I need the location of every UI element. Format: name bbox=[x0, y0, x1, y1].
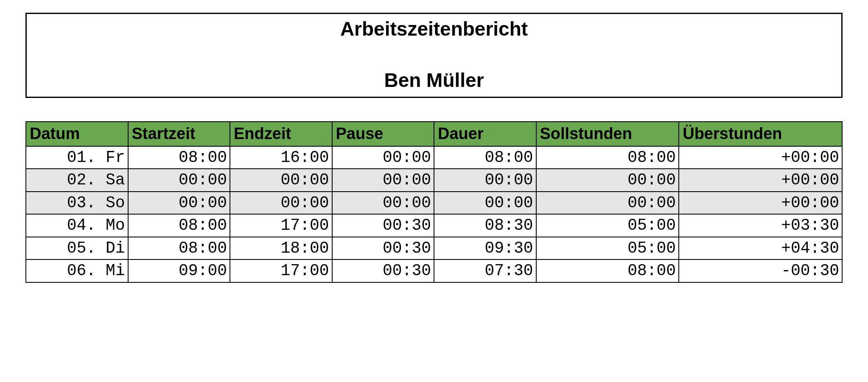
table-row: 04. Mo08:0017:0000:3008:3005:00+03:30 bbox=[26, 214, 842, 237]
cell-soll: 08:00 bbox=[536, 259, 679, 282]
col-header-start: Startzeit bbox=[128, 122, 230, 146]
col-header-datum: Datum bbox=[26, 122, 128, 146]
table-header-row: Datum Startzeit Endzeit Pause Dauer Soll… bbox=[26, 122, 842, 146]
cell-start: 00:00 bbox=[128, 192, 230, 215]
cell-end: 16:00 bbox=[230, 146, 332, 169]
cell-ueber: -00:30 bbox=[679, 259, 842, 282]
header-spacer bbox=[27, 40, 841, 70]
cell-start: 09:00 bbox=[128, 259, 230, 282]
cell-datum: 04. Mo bbox=[26, 214, 128, 237]
cell-datum: 05. Di bbox=[26, 237, 128, 260]
cell-pause: 00:00 bbox=[332, 146, 434, 169]
cell-datum: 03. So bbox=[26, 192, 128, 215]
timesheet-table: Datum Startzeit Endzeit Pause Dauer Soll… bbox=[25, 121, 843, 283]
table-row: 06. Mi09:0017:0000:3007:3008:00-00:30 bbox=[26, 259, 842, 282]
cell-start: 08:00 bbox=[128, 146, 230, 169]
cell-dauer: 08:30 bbox=[434, 214, 536, 237]
table-row: 02. Sa00:0000:0000:0000:0000:00+00:00 bbox=[26, 169, 842, 192]
cell-start: 08:00 bbox=[128, 237, 230, 260]
table-row: 05. Di08:0018:0000:3009:3005:00+04:30 bbox=[26, 237, 842, 260]
cell-end: 18:00 bbox=[230, 237, 332, 260]
cell-soll: 00:00 bbox=[536, 192, 679, 215]
col-header-soll: Sollstunden bbox=[536, 122, 679, 146]
report-header-box: Arbeitszeitenbericht Ben Müller bbox=[25, 13, 843, 98]
cell-datum: 01. Fr bbox=[26, 146, 128, 169]
cell-ueber: +00:00 bbox=[679, 146, 842, 169]
table-row: 03. So00:0000:0000:0000:0000:00+00:00 bbox=[26, 192, 842, 215]
cell-dauer: 09:30 bbox=[434, 237, 536, 260]
cell-ueber: +03:30 bbox=[679, 214, 842, 237]
cell-dauer: 08:00 bbox=[434, 146, 536, 169]
col-header-ueber: Überstunden bbox=[679, 122, 842, 146]
col-header-pause: Pause bbox=[332, 122, 434, 146]
cell-start: 00:00 bbox=[128, 169, 230, 192]
cell-pause: 00:30 bbox=[332, 237, 434, 260]
table-row: 01. Fr08:0016:0000:0008:0008:00+00:00 bbox=[26, 146, 842, 169]
cell-end: 17:00 bbox=[230, 214, 332, 237]
col-header-dauer: Dauer bbox=[434, 122, 536, 146]
col-header-end: Endzeit bbox=[230, 122, 332, 146]
cell-soll: 00:00 bbox=[536, 169, 679, 192]
table-body: 01. Fr08:0016:0000:0008:0008:00+00:0002.… bbox=[26, 146, 842, 282]
cell-dauer: 07:30 bbox=[434, 259, 536, 282]
cell-soll: 08:00 bbox=[536, 146, 679, 169]
cell-end: 17:00 bbox=[230, 259, 332, 282]
cell-dauer: 00:00 bbox=[434, 169, 536, 192]
cell-datum: 06. Mi bbox=[26, 259, 128, 282]
cell-soll: 05:00 bbox=[536, 237, 679, 260]
report-title: Arbeitszeitenbericht bbox=[27, 18, 841, 40]
cell-soll: 05:00 bbox=[536, 214, 679, 237]
cell-end: 00:00 bbox=[230, 169, 332, 192]
report-employee-name: Ben Müller bbox=[27, 70, 841, 91]
cell-pause: 00:00 bbox=[332, 169, 434, 192]
cell-end: 00:00 bbox=[230, 192, 332, 215]
cell-ueber: +00:00 bbox=[679, 192, 842, 215]
cell-start: 08:00 bbox=[128, 214, 230, 237]
cell-datum: 02. Sa bbox=[26, 169, 128, 192]
cell-pause: 00:30 bbox=[332, 259, 434, 282]
cell-ueber: +00:00 bbox=[679, 169, 842, 192]
cell-dauer: 00:00 bbox=[434, 192, 536, 215]
cell-pause: 00:30 bbox=[332, 214, 434, 237]
cell-pause: 00:00 bbox=[332, 192, 434, 215]
cell-ueber: +04:30 bbox=[679, 237, 842, 260]
